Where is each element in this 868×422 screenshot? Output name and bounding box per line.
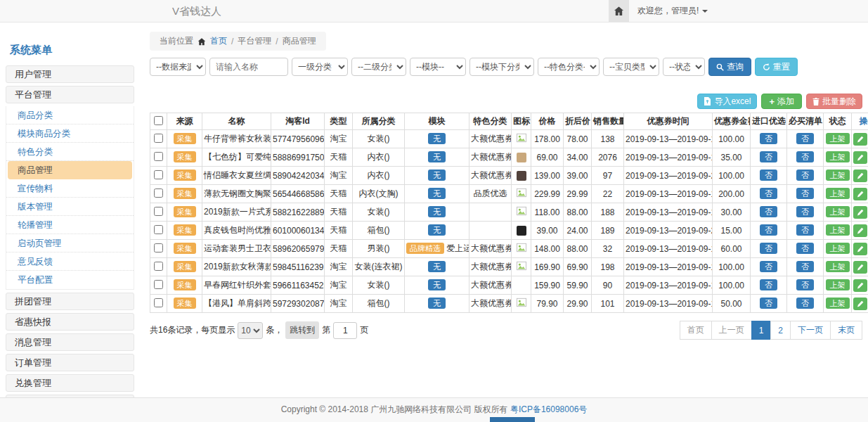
must-buy-toggle[interactable]: 否 — [796, 298, 814, 309]
status-badge[interactable]: 上架 — [826, 243, 850, 254]
name-search-input[interactable] — [209, 58, 288, 76]
page-button-1[interactable]: 1 — [751, 321, 772, 340]
status-badge[interactable]: 上架 — [826, 170, 850, 181]
status-badge[interactable]: 上架 — [826, 279, 850, 290]
must-buy-toggle[interactable]: 否 — [796, 206, 814, 217]
sidebar-item-商品分类[interactable]: 商品分类 — [6, 106, 134, 124]
sidebar-section-消息管理[interactable]: 消息管理 — [6, 333, 134, 351]
edit-button[interactable] — [853, 224, 867, 237]
home-icon[interactable] — [609, 0, 629, 22]
reset-button[interactable]: 重置 — [755, 58, 798, 76]
import-select-toggle[interactable]: 否 — [760, 188, 777, 199]
status-badge[interactable]: 上架 — [826, 261, 850, 272]
sidebar-item-特色分类[interactable]: 特色分类 — [6, 143, 134, 161]
level1-category-select[interactable]: 一级分类 — [292, 58, 348, 76]
sidebar-section-用户管理[interactable]: 用户管理 — [6, 65, 134, 83]
must-buy-toggle[interactable]: 否 — [796, 261, 814, 272]
sidebar-section-拼团管理[interactable]: 拼团管理 — [6, 293, 134, 310]
row-checkbox[interactable] — [154, 225, 163, 234]
import-select-toggle[interactable]: 否 — [760, 170, 777, 181]
must-buy-toggle[interactable]: 否 — [796, 279, 814, 290]
status-badge[interactable]: 上架 — [826, 298, 850, 309]
edit-button[interactable] — [853, 298, 867, 310]
edit-button[interactable] — [853, 151, 867, 164]
sidebar-section-省惠快报[interactable]: 省惠快报 — [6, 313, 134, 331]
import-select-toggle[interactable]: 否 — [760, 261, 777, 272]
must-buy-toggle[interactable]: 否 — [796, 243, 814, 254]
status-badge[interactable]: 上架 — [826, 188, 850, 199]
status-badge[interactable]: 上架 — [826, 224, 850, 236]
sidebar-item-宣传物料[interactable]: 宣传物料 — [6, 179, 134, 198]
edit-button[interactable] — [853, 188, 867, 200]
module-subcategory-select[interactable]: --模块下分类-- — [469, 58, 534, 76]
row-checkbox[interactable] — [154, 188, 163, 198]
page-button-首页[interactable]: 首页 — [680, 321, 712, 340]
edit-button[interactable] — [853, 206, 867, 219]
import-select-toggle[interactable]: 否 — [760, 279, 777, 290]
page-button-上一页[interactable]: 上一页 — [711, 321, 752, 340]
add-button[interactable]: + 添加 — [761, 94, 802, 109]
must-buy-toggle[interactable]: 否 — [796, 133, 814, 144]
status-badge[interactable]: 上架 — [826, 206, 850, 217]
import-select-toggle[interactable]: 否 — [760, 224, 777, 236]
import-select-toggle[interactable]: 否 — [760, 206, 777, 217]
sidebar-item-商品管理[interactable]: 商品管理 — [8, 161, 132, 179]
must-buy-toggle[interactable]: 否 — [796, 188, 814, 199]
per-page-select[interactable]: 10 — [238, 322, 263, 339]
row-checkbox[interactable] — [154, 170, 163, 179]
must-buy-toggle[interactable]: 否 — [796, 151, 814, 162]
module-select[interactable]: --模块-- — [410, 58, 466, 76]
edit-button[interactable] — [853, 243, 867, 255]
edit-button[interactable] — [853, 170, 867, 182]
row-checkbox[interactable] — [154, 152, 163, 161]
row-checkbox[interactable] — [154, 207, 163, 216]
sidebar-item-模块商品分类[interactable]: 模块商品分类 — [6, 124, 134, 143]
page-button-末页[interactable]: 末页 — [830, 321, 862, 340]
sidebar-item-轮播管理[interactable]: 轮播管理 — [6, 216, 134, 234]
feature-category-select[interactable]: --特色分类-- — [538, 58, 600, 76]
checkbox-cell — [150, 167, 167, 185]
sidebar-item-平台配置[interactable]: 平台配置 — [6, 271, 134, 289]
search-button[interactable]: 查询 — [708, 58, 751, 76]
batch-delete-button[interactable]: 批量删除 — [806, 94, 862, 109]
row-checkbox[interactable] — [154, 280, 163, 289]
row-checkbox[interactable] — [154, 134, 163, 143]
import-select-cell: 否 — [751, 130, 787, 148]
row-checkbox[interactable] — [154, 298, 163, 307]
page-button-下一页[interactable]: 下一页 — [790, 321, 831, 340]
breadcrumb-home-link[interactable]: 首页 — [210, 35, 227, 47]
sidebar-section-平台管理[interactable]: 平台管理 — [6, 86, 134, 103]
status-badge[interactable]: 上架 — [826, 133, 850, 144]
row-checkbox[interactable] — [154, 243, 163, 252]
row-checkbox[interactable] — [154, 262, 163, 271]
column-header-名称: 名称 — [202, 113, 271, 130]
user-menu[interactable]: 欢迎您，管理员! — [637, 0, 708, 22]
data-source-select[interactable]: --数据来源-- — [150, 58, 206, 76]
import-select-toggle[interactable]: 否 — [760, 151, 777, 162]
level2-category-select[interactable]: --二级分类-- — [351, 58, 406, 76]
sidebar-item-版本管理[interactable]: 版本管理 — [6, 198, 134, 216]
must-buy-toggle[interactable]: 否 — [796, 170, 814, 181]
item-type-select[interactable]: --宝贝类型-- — [603, 58, 659, 76]
status-select[interactable]: --状态-- — [663, 58, 705, 76]
sidebar-item-启动页管理[interactable]: 启动页管理 — [6, 234, 134, 252]
sidebar-section-订单管理[interactable]: 订单管理 — [6, 354, 134, 371]
type-cell: 天猫 — [325, 222, 353, 240]
select-all-checkbox[interactable] — [154, 116, 163, 125]
must-buy-toggle[interactable]: 否 — [796, 224, 814, 236]
page-button-2[interactable]: 2 — [770, 321, 791, 340]
edit-button[interactable] — [853, 279, 867, 292]
import-select-toggle[interactable]: 否 — [760, 133, 777, 144]
page-number-input[interactable] — [333, 322, 357, 339]
sidebar-item-意见反馈[interactable]: 意见反馈 — [6, 252, 134, 271]
import-select-toggle[interactable]: 否 — [760, 243, 777, 254]
edit-button[interactable] — [853, 133, 867, 146]
search-button-label: 查询 — [727, 61, 744, 73]
import-select-toggle[interactable]: 否 — [760, 298, 777, 309]
edit-button[interactable] — [853, 261, 867, 274]
status-badge[interactable]: 上架 — [826, 151, 850, 162]
jump-button[interactable]: 跳转到 — [285, 321, 319, 339]
import-excel-button[interactable]: 导入excel — [697, 94, 757, 109]
icp-link[interactable]: 粤ICP备16098006号 — [510, 404, 587, 414]
sidebar-section-兑换管理[interactable]: 兑换管理 — [6, 374, 134, 392]
